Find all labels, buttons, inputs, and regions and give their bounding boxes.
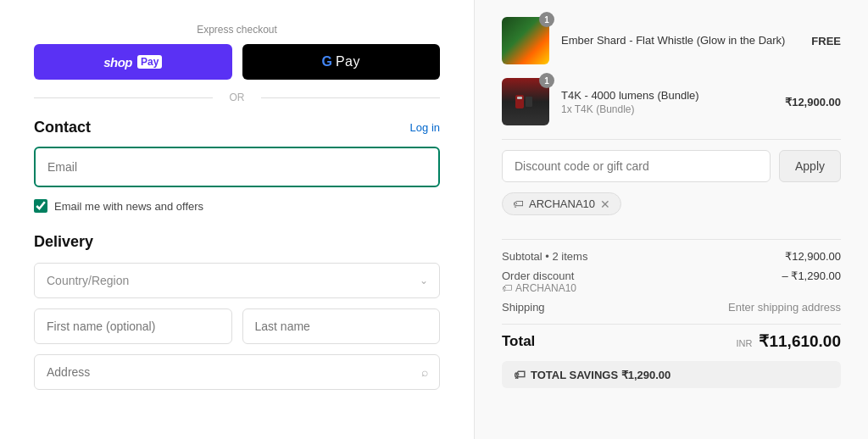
cart-item-t4k: 1 T4K - 4000 lumens (Bundle) 1x T4K (Bun…: [502, 78, 841, 125]
gpay-icon: G: [321, 54, 331, 69]
country-region-wrapper: Country/Region ⌄: [34, 263, 440, 298]
ember-details: Ember Shard - Flat Whistle (Glow in the …: [561, 34, 799, 48]
apply-button[interactable]: Apply: [779, 150, 841, 182]
newsletter-label: Email me with news and offers: [54, 200, 203, 213]
email-field[interactable]: [34, 147, 440, 187]
subtotal-row: Subtotal • 2 items ₹12,900.00: [502, 250, 841, 263]
svg-rect-2: [517, 97, 522, 99]
divider-2: [502, 239, 841, 240]
contact-title: Contact: [34, 119, 91, 136]
savings-label: TOTAL SAVINGS ₹1,290.00: [531, 369, 670, 381]
address-field[interactable]: [34, 354, 440, 390]
coupon-code-label: ARCHANA10: [529, 197, 595, 210]
discount-row: Apply: [502, 150, 841, 182]
shipping-label: Shipping: [502, 301, 545, 314]
order-discount-label-block: Order discount 🏷 ARCHANA10: [502, 270, 576, 294]
coupon-tag: 🏷 ARCHANA10 ✕: [502, 192, 621, 215]
express-buttons: shop Pay G Pay: [34, 44, 440, 80]
savings-icon: 🏷: [514, 368, 526, 381]
t4k-badge: 1: [539, 73, 554, 88]
shop-pay-button[interactable]: shop Pay: [34, 44, 232, 80]
ember-image-wrapper: 1: [502, 17, 549, 64]
google-pay-button[interactable]: G Pay: [242, 44, 441, 80]
tag-icon-small: 🏷: [502, 282, 512, 294]
country-region-select[interactable]: Country/Region: [34, 263, 440, 298]
right-panel: 1 Ember Shard - Flat Whistle (Glow in th…: [475, 0, 868, 439]
or-divider: OR: [34, 92, 440, 103]
ember-name: Ember Shard - Flat Whistle (Glow in the …: [561, 34, 799, 47]
order-discount-row: Order discount 🏷 ARCHANA10 – ₹1,290.00: [502, 270, 841, 294]
shop-pay-pay-text: Pay: [137, 55, 162, 69]
shipping-value: Enter shipping address: [728, 301, 841, 314]
total-row: Total INR ₹11,610.00: [502, 324, 841, 351]
discount-code-detail: 🏷 ARCHANA10: [502, 282, 576, 294]
divider-1: [502, 139, 841, 140]
express-checkout-label: Express checkout: [34, 24, 440, 36]
t4k-name: T4K - 4000 lumens (Bundle): [561, 89, 773, 102]
name-row: [34, 308, 440, 344]
contact-section-header: Contact Log in: [34, 119, 440, 136]
remove-coupon-button[interactable]: ✕: [600, 198, 610, 210]
gpay-pay-label: Pay: [336, 54, 360, 69]
subtotal-label: Subtotal • 2 items: [502, 250, 587, 263]
search-icon: ⌕: [421, 365, 428, 379]
shop-pay-shop-text: shop: [103, 55, 132, 69]
delivery-title: Delivery: [34, 233, 440, 251]
delivery-section: Delivery Country/Region ⌄ ⌕: [34, 233, 440, 390]
ember-price: FREE: [811, 35, 841, 47]
subtotal-value: ₹12,900.00: [785, 250, 841, 263]
total-label: Total: [502, 333, 535, 350]
newsletter-row: Email me with news and offers: [34, 199, 440, 213]
t4k-product-icon: [512, 88, 539, 115]
left-panel: Express checkout shop Pay G Pay OR Conta…: [0, 0, 475, 439]
tag-icon: 🏷: [513, 197, 524, 210]
log-in-link[interactable]: Log in: [410, 121, 440, 134]
t4k-details: T4K - 4000 lumens (Bundle) 1x T4K (Bundl…: [561, 89, 773, 115]
total-amount: ₹11,610.00: [759, 331, 841, 351]
total-currency: INR: [737, 338, 753, 348]
t4k-price: ₹12,900.00: [785, 96, 841, 108]
address-wrapper: ⌕: [34, 354, 440, 390]
savings-row: 🏷 TOTAL SAVINGS ₹1,290.00: [502, 361, 841, 388]
svg-rect-1: [526, 97, 532, 107]
cart-item-ember: 1 Ember Shard - Flat Whistle (Glow in th…: [502, 17, 841, 64]
ember-badge: 1: [539, 12, 554, 27]
total-value-block: INR ₹11,610.00: [737, 331, 841, 351]
discount-amount: – ₹1,290.00: [782, 270, 841, 282]
last-name-field[interactable]: [242, 308, 441, 344]
shipping-row: Shipping Enter shipping address: [502, 301, 841, 314]
first-name-field[interactable]: [34, 308, 232, 344]
t4k-image-wrapper: 1: [502, 78, 549, 125]
newsletter-checkbox[interactable]: [34, 199, 47, 213]
discount-input[interactable]: [502, 150, 771, 182]
t4k-variant: 1x T4K (Bundle): [561, 103, 773, 115]
